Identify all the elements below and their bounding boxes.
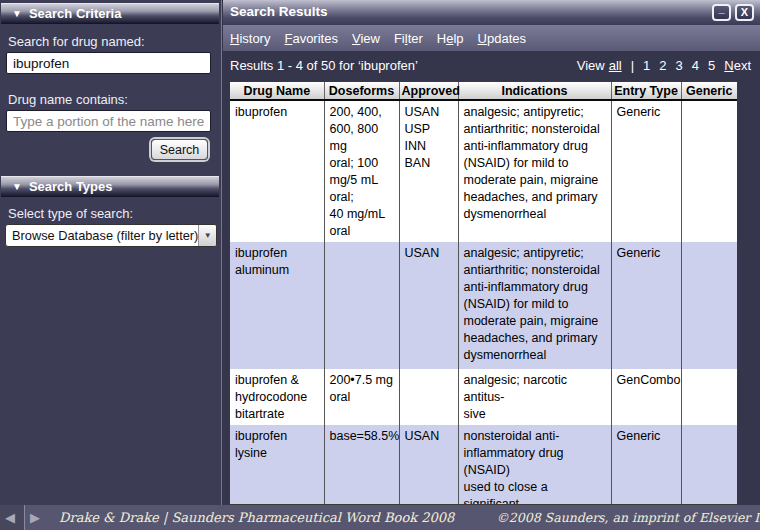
col-header-doseforms[interactable]: Doseforms — [324, 82, 399, 100]
pagination: Viewall | 1 2 3 4 5 Next — [577, 58, 751, 73]
page-4-link[interactable]: 4 — [692, 58, 699, 73]
sidebar: ▼Search Criteria Search for drug named: … — [0, 0, 222, 505]
drug-name-label: Search for drug named: — [8, 34, 145, 49]
drug-name-input[interactable] — [6, 52, 211, 74]
cell-doseforms — [324, 242, 399, 369]
results-table: Drug Name Doseforms Approved Indications… — [229, 81, 738, 505]
page-title: Search Results — [230, 4, 328, 19]
menu-history[interactable]: History — [230, 31, 270, 46]
cell-indications: analgesic; antipyretic; antiarthritic; n… — [458, 242, 611, 369]
menu-filter[interactable]: Filter — [394, 31, 423, 46]
next-arrow-icon[interactable]: ▶ — [25, 505, 45, 530]
page-2-link[interactable]: 2 — [659, 58, 666, 73]
bottom-bar: ◀ ▶ Drake & Drake | Saunders Pharmaceuti… — [0, 505, 760, 530]
col-header-indications[interactable]: Indications — [458, 82, 611, 100]
copyright-text: ©2008 Saunders, an imprint of Elsevier I… — [496, 510, 760, 525]
search-types-header[interactable]: ▼Search Types — [1, 176, 219, 197]
table-row[interactable]: ibuprofen aluminum USAN analgesic; antip… — [230, 242, 737, 369]
cell-indications: analgesic; antipyretic; antiarthritic; n… — [458, 100, 611, 242]
search-type-select[interactable]: Browse Database (filter by letter) ▼ — [5, 224, 217, 247]
results-summary: Results 1 - 4 of 50 for ‘ibuprofen’ — [230, 58, 418, 73]
titlebar: Search Results _ X — [223, 0, 760, 25]
search-types-title: Search Types — [29, 179, 113, 194]
results-bar: Results 1 - 4 of 50 for ‘ibuprofen’ View… — [223, 51, 760, 80]
col-header-generic[interactable]: Generic — [681, 82, 737, 100]
cell-generic — [681, 425, 737, 505]
book-title: Drake & Drake | Saunders Pharmaceutical … — [59, 510, 454, 525]
pagination-separator: | — [631, 58, 634, 73]
bottom-bar-right: ▶ Drake & Drake | Saunders Pharmaceutica… — [25, 505, 760, 530]
cell-doseforms: base=58.5% — [324, 425, 399, 505]
cell-approved: USAN — [399, 425, 458, 505]
cell-drug-name: ibuprofen aluminum — [230, 242, 324, 369]
minimize-button[interactable]: _ — [712, 4, 731, 21]
menubar: History Favorites View Filter Help Updat… — [223, 25, 760, 51]
table-header-row: Drug Name Doseforms Approved Indications… — [230, 82, 737, 100]
cell-doseforms: 200•7.5 mg oral — [324, 369, 399, 425]
close-button[interactable]: X — [735, 4, 754, 21]
menu-favorites[interactable]: Favorites — [284, 31, 337, 46]
cell-generic — [681, 369, 737, 425]
drug-contains-label: Drug name contains: — [8, 92, 128, 107]
cell-indications: analgesic; narcotic antitus- sive — [458, 369, 611, 425]
page-5-link[interactable]: 5 — [708, 58, 715, 73]
view-all-link[interactable]: Viewall — [577, 58, 622, 73]
app-window: ▼Search Criteria Search for drug named: … — [0, 0, 760, 530]
next-page-link[interactable]: Next — [724, 58, 751, 73]
search-type-value: Browse Database (filter by letter) — [6, 228, 198, 243]
col-header-drug-name[interactable]: Drug Name — [230, 82, 324, 100]
collapse-icon: ▼ — [12, 181, 22, 192]
cell-entry-type: GenCombo — [611, 369, 681, 425]
cell-approved: USAN USP INN BAN — [399, 100, 458, 242]
main-panel: Search Results _ X History Favorites Vie… — [223, 0, 760, 505]
collapse-icon: ▼ — [12, 8, 22, 19]
search-type-label: Select type of search: — [8, 206, 133, 221]
prev-arrow-icon[interactable]: ◀ — [0, 505, 20, 530]
menu-updates[interactable]: Updates — [478, 31, 526, 46]
cell-approved — [399, 369, 458, 425]
cell-generic — [681, 100, 737, 242]
table-row[interactable]: ibuprofen & hydrocodone bitartrate 200•7… — [230, 369, 737, 425]
cell-entry-type: Generic — [611, 425, 681, 505]
menu-view[interactable]: View — [352, 31, 380, 46]
menu-help[interactable]: Help — [437, 31, 464, 46]
col-header-approved[interactable]: Approved — [399, 82, 458, 100]
page-1-link[interactable]: 1 — [643, 58, 650, 73]
table-row[interactable]: ibuprofen lysine base=58.5% USAN nonster… — [230, 425, 737, 505]
table-row[interactable]: ibuprofen 200, 400, 600, 800 mg oral; 10… — [230, 100, 737, 242]
close-icon: X — [741, 6, 748, 18]
chevron-down-icon[interactable]: ▼ — [198, 225, 216, 246]
bottom-bar-left: ◀ — [0, 505, 25, 530]
col-header-entry-type[interactable]: Entry Type — [611, 82, 681, 100]
cell-drug-name: ibuprofen — [230, 100, 324, 242]
cell-entry-type: Generic — [611, 100, 681, 242]
search-button[interactable]: Search — [151, 139, 208, 160]
cell-generic — [681, 242, 737, 369]
cell-drug-name: ibuprofen lysine — [230, 425, 324, 505]
search-criteria-title: Search Criteria — [29, 6, 122, 21]
cell-indications: nonsteroidal anti- inflammatory drug (NS… — [458, 425, 611, 505]
cell-approved: USAN — [399, 242, 458, 369]
cell-drug-name: ibuprofen & hydrocodone bitartrate — [230, 369, 324, 425]
cell-entry-type: Generic — [611, 242, 681, 369]
drug-contains-input[interactable] — [6, 110, 211, 132]
cell-doseforms: 200, 400, 600, 800 mg oral; 100 mg/5 mL … — [324, 100, 399, 242]
page-3-link[interactable]: 3 — [676, 58, 683, 73]
search-criteria-header[interactable]: ▼Search Criteria — [1, 3, 219, 24]
